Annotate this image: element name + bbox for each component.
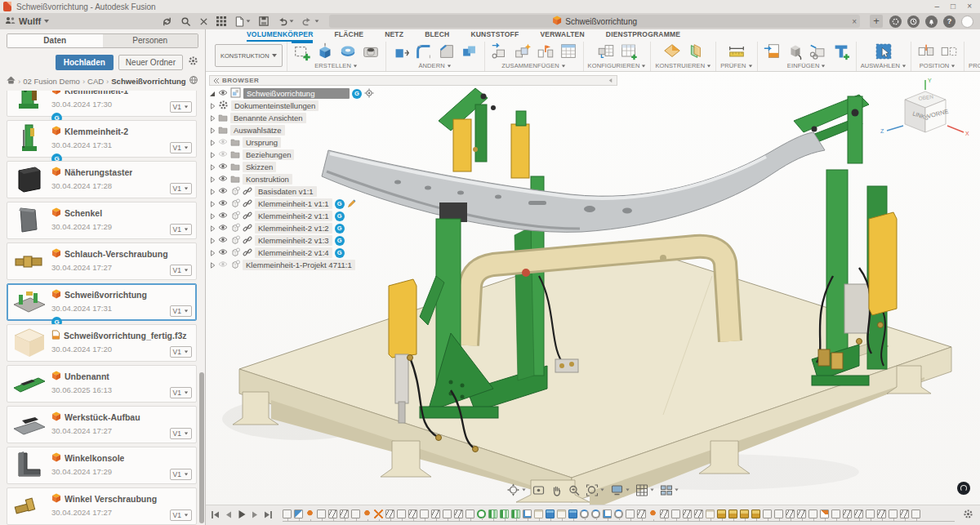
timeline-feature-joint[interactable] [385, 509, 394, 518]
timeline-skip-start-button[interactable] [211, 508, 220, 523]
timeline-feature-cut[interactable] [374, 509, 383, 518]
timeline-settings-gear-icon[interactable] [963, 508, 973, 523]
expand-closed-icon[interactable] [209, 103, 216, 109]
timeline-feature-folder[interactable] [534, 509, 543, 518]
timeline-feature-component[interactable] [774, 509, 783, 518]
chamfer-icon[interactable] [436, 42, 457, 61]
timeline-feature-component[interactable] [317, 509, 326, 518]
browser-row-auswahls-tze[interactable]: Auswahlsätze [209, 124, 617, 136]
user-avatar[interactable] [961, 16, 973, 28]
timeline-feature-extrude[interactable] [568, 509, 577, 518]
browser-row-benannte-ansichten[interactable]: Benannte Ansichten [209, 112, 617, 124]
timeline-feature-pin[interactable] [363, 509, 372, 518]
timeline-feature-component[interactable] [283, 509, 292, 518]
visibility-eye-icon[interactable] [218, 175, 228, 184]
data-item-n-herungstaster[interactable]: Näherungstaster30.04.2024 17:28V1 [7, 161, 197, 198]
plane-icon[interactable] [662, 42, 683, 61]
combine-icon[interactable] [459, 42, 480, 61]
timeline-feature-component[interactable] [626, 509, 635, 518]
browser-row-klemmeinheit-2-v1-3[interactable]: Klemmeinheit-2 v1:3G [209, 234, 617, 247]
revert-position-icon[interactable] [938, 42, 960, 61]
config-table-icon[interactable] [618, 42, 639, 61]
timeline-skip-end-button[interactable] [264, 508, 273, 523]
timeline-feature-joint[interactable] [340, 509, 349, 518]
collapse-arrow-icon[interactable] [608, 78, 613, 83]
expand-closed-icon[interactable] [209, 213, 216, 220]
data-item-schwei-vorrichtung[interactable]: Schweißvorrichtung30.04.2024 17:31GV1 [7, 283, 197, 321]
browser-row-ursprung[interactable]: Ursprung [209, 136, 617, 149]
visibility-eye-icon[interactable] [218, 199, 228, 208]
breadcrumb-item-cad[interactable]: CAD [87, 77, 104, 86]
browser-row-klemmeinheit-1-projekt-4711-1[interactable]: Klemmeinheit-1-Projekt 4711:1 [209, 259, 617, 271]
timeline-feature-joint[interactable] [637, 509, 646, 518]
expand-closed-icon[interactable] [209, 140, 216, 146]
group-label[interactable]: KONFIGURIEREN [588, 62, 647, 69]
timeline-feature-component[interactable] [420, 509, 429, 518]
extrude-icon[interactable] [314, 42, 336, 61]
history-icon[interactable] [907, 16, 920, 28]
version-dropdown[interactable]: V1 [170, 183, 192, 194]
gear-icon[interactable] [188, 55, 198, 69]
pan-icon[interactable] [551, 484, 563, 496]
timeline-feature-joint[interactable] [786, 509, 795, 518]
press-pull-icon[interactable] [390, 42, 412, 61]
data-item-werkst-ck-aufbau[interactable]: Werkstück-Aufbau30.04.2024 17:27V1 [7, 406, 197, 443]
close-icon[interactable] [199, 17, 208, 26]
group-label[interactable]: PROJECT SALVADOR [969, 62, 980, 69]
viewports-icon[interactable] [661, 485, 679, 496]
insert-mesh-icon[interactable] [808, 42, 829, 61]
data-item-unbenannt[interactable]: Unbenannt30.06.2025 16:13V1 [7, 365, 197, 403]
ribbon-tab-volumenk-rper[interactable]: VOLUMENKÖRPER [247, 30, 313, 42]
new-folder-button[interactable]: Neuer Ordner [118, 55, 183, 70]
zoom-icon[interactable] [568, 484, 581, 496]
visibility-eye-icon[interactable] [218, 224, 228, 233]
timeline-feature-component[interactable] [763, 509, 772, 518]
maximize-button[interactable]: □ [951, 1, 956, 12]
timeline-feature-joint[interactable] [694, 509, 703, 518]
group-label[interactable]: AUSWÄHLEN [861, 62, 906, 69]
timeline-feature-component[interactable] [466, 509, 474, 518]
browser-row-klemmeinheit-1-v1-1[interactable]: Klemmeinheit-1 v1:1G [209, 198, 617, 210]
timeline-feature-component[interactable] [397, 509, 406, 518]
close-tab-button[interactable]: × [852, 17, 857, 26]
open-on-web-icon[interactable] [189, 75, 198, 87]
version-dropdown[interactable]: V1 [170, 305, 192, 317]
browser-row-beziehungen[interactable]: Beziehungen [209, 149, 617, 161]
sync-icon[interactable] [162, 16, 172, 27]
expand-closed-icon[interactable] [209, 152, 216, 158]
breadcrumb-item-schwei-vorrichtung[interactable]: Schweißvorrichtung [111, 77, 185, 86]
timeline-feature-joint[interactable] [431, 509, 440, 518]
group-label[interactable]: POSITION [920, 62, 956, 69]
data-item-winkel-verschraubung[interactable]: Winkel Verschraubung30.04.2024 17:27V1 [7, 487, 197, 525]
viewport-3d[interactable]: BROWSER SchweißvorrichtungGDokumenteinst… [206, 72, 980, 505]
data-panel-scrollbar[interactable] [199, 372, 204, 523]
panel-tab-personen[interactable]: Personen [103, 34, 198, 47]
apps-grid-icon[interactable] [216, 16, 226, 26]
timeline-feature-pin[interactable] [648, 509, 657, 518]
timeline-feature-joint[interactable] [683, 509, 692, 518]
version-dropdown[interactable]: V1 [170, 387, 192, 398]
capture-position-icon[interactable] [915, 42, 937, 61]
visibility-eye-icon[interactable] [218, 236, 228, 245]
close-button[interactable]: × [967, 1, 972, 12]
timeline-feature-flag[interactable] [820, 509, 829, 518]
ribbon-tab-dienstprogramme[interactable]: DIENSTPROGRAMME [606, 30, 680, 42]
expand-closed-icon[interactable] [209, 225, 216, 232]
browser-row-konstruktion[interactable]: Konstruktion [209, 173, 617, 185]
group-label[interactable]: KONSTRUIEREN [655, 62, 711, 69]
home-icon[interactable] [7, 76, 16, 86]
orbit-icon[interactable] [507, 483, 527, 496]
panel-tab-daten[interactable]: Daten [7, 34, 103, 47]
upload-button[interactable]: Hochladen [56, 55, 114, 70]
timeline-feature-sketch[interactable] [523, 509, 532, 518]
hole-icon[interactable] [360, 42, 381, 61]
bom-icon[interactable] [558, 42, 579, 61]
grid-settings-icon[interactable] [636, 484, 655, 496]
revolve-icon[interactable] [337, 42, 359, 61]
timeline-step-forward-button[interactable] [251, 508, 260, 523]
version-dropdown[interactable]: V1 [170, 101, 192, 113]
konstruktion-dropdown-button[interactable]: KONSTRUKTION [215, 44, 283, 67]
timeline-feature-gold[interactable] [717, 509, 726, 518]
timeline-feature-sketch[interactable] [603, 509, 612, 518]
data-item-winkelkonsole[interactable]: Winkelkonsole30.04.2024 17:29V1 [7, 447, 197, 484]
